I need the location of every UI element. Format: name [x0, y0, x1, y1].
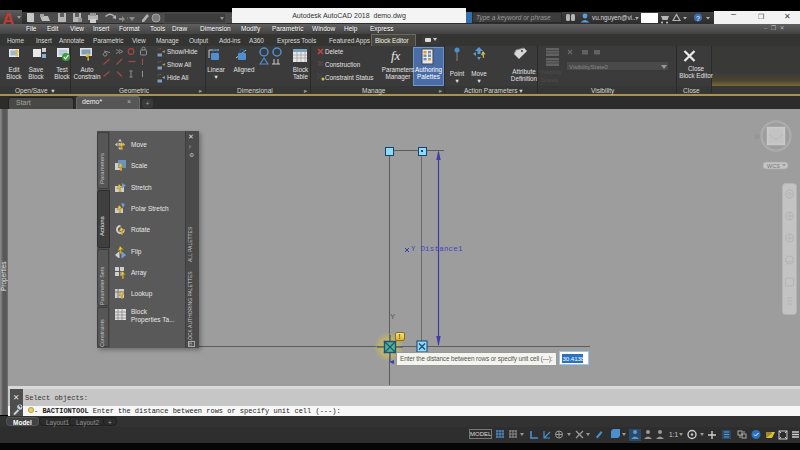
svg-text:WCS: WCS [767, 163, 780, 169]
svg-text:W: W [754, 133, 761, 140]
svg-text:1:1: 1:1 [669, 431, 678, 438]
svg-text:fx: fx [391, 48, 401, 63]
svg-text:vu.nguyen@vi...: vu.nguyen@vi... [592, 14, 637, 22]
svg-text:?: ? [696, 15, 700, 22]
svg-text:Visibility: Visibility [540, 69, 562, 75]
svg-text:States: States [541, 77, 558, 83]
